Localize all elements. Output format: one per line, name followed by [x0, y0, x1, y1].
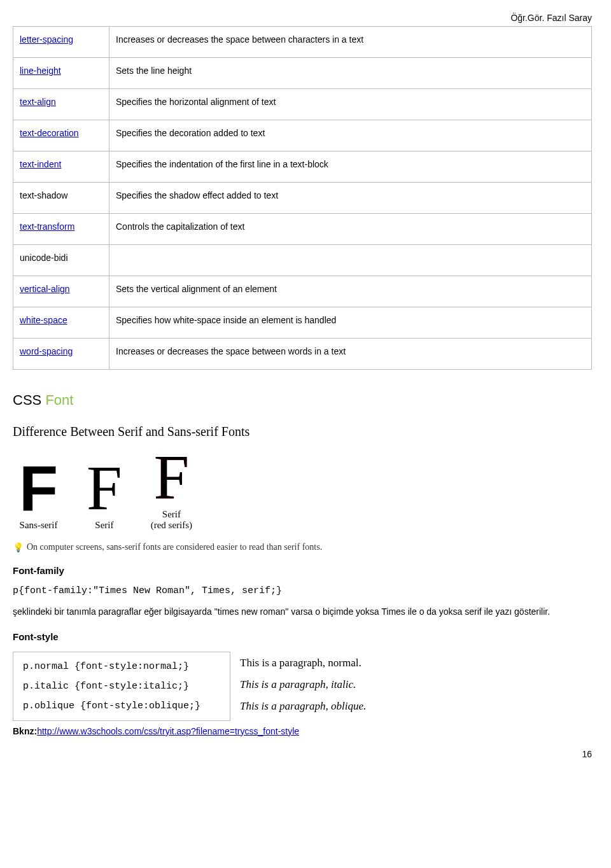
- fontstyle-code-oblique: p.oblique {font-style:oblique;}: [23, 701, 220, 711]
- prop-letter-spacing[interactable]: letter-spacing: [20, 34, 73, 45]
- bknz-label: Bknz:: [13, 726, 37, 736]
- specimen-serif-red: F F Serif (red serifs): [151, 449, 192, 531]
- prop-desc: Specifies the decoration added to text: [109, 120, 592, 151]
- font-family-heading: Font-family: [13, 565, 592, 576]
- prop-text-indent[interactable]: text-indent: [20, 159, 61, 169]
- tip-text: On computer screens, sans-serif fonts ar…: [27, 542, 322, 552]
- prop-desc: Specifies the indentation of the first l…: [109, 151, 592, 183]
- prop-desc: Specifies the shadow effect added to tex…: [109, 183, 592, 214]
- fontstyle-output-oblique: This is a paragraph, oblique.: [240, 700, 366, 713]
- font-style-table: p.normal {font-style:normal;} p.italic {…: [13, 652, 376, 721]
- prop-unicode-bidi: unicode-bidi: [20, 253, 68, 263]
- prop-line-height[interactable]: line-height: [20, 66, 61, 76]
- prop-text-decoration[interactable]: text-decoration: [20, 128, 79, 138]
- bknz-line: Bknz:http://www.w3schools.com/css/tryit.…: [13, 726, 592, 736]
- font-family-code: p{font-family:"Times New Roman", Times, …: [13, 585, 592, 596]
- prop-desc: [109, 245, 592, 276]
- font-style-heading: Font-style: [13, 631, 592, 642]
- specimen-serif: F Serif: [87, 459, 122, 531]
- prop-white-space[interactable]: white-space: [20, 315, 67, 325]
- prop-text-align[interactable]: text-align: [20, 97, 56, 107]
- font-specimens: F Sans-serif F Serif F F Serif (red seri…: [19, 449, 592, 531]
- caption-sans: Sans-serif: [19, 520, 58, 531]
- prop-vertical-align[interactable]: vertical-align: [20, 284, 70, 294]
- fontstyle-code-normal: p.normal {font-style:normal;}: [23, 661, 220, 672]
- css-font-heading: CSS Font: [13, 392, 592, 409]
- prop-word-spacing[interactable]: word-spacing: [20, 346, 73, 356]
- glyph-serif-red: F F: [154, 449, 190, 506]
- prop-desc: Increases or decreases the space between…: [109, 339, 592, 370]
- prop-text-transform[interactable]: text-transform: [20, 221, 74, 232]
- prop-desc: Specifies the horizontal alignment of te…: [109, 89, 592, 120]
- page-number: 16: [13, 749, 592, 759]
- glyph-sans: F: [19, 459, 58, 517]
- prop-desc: Sets the vertical alignment of an elemen…: [109, 276, 592, 307]
- fontstyle-output-italic: This is a paragraph, italic.: [240, 678, 366, 691]
- prop-desc: Increases or decreases the space between…: [109, 27, 592, 58]
- lightbulb-icon: 💡: [13, 542, 23, 552]
- glyph-serif: F: [87, 459, 122, 517]
- header-author: Öğr.Gör. Fazıl Saray: [13, 13, 592, 23]
- heading-css: CSS: [13, 392, 41, 408]
- font-family-para: şeklindeki bir tanımla paragraflar eğer …: [13, 606, 592, 619]
- fontstyle-output-normal: This is a paragraph, normal.: [240, 657, 366, 669]
- caption-serif-red: Serif (red serifs): [151, 509, 192, 531]
- serif-diff-heading: Difference Between Serif and Sans-serif …: [13, 424, 592, 439]
- bknz-link[interactable]: http://www.w3schools.com/css/tryit.asp?f…: [37, 726, 299, 736]
- tip-box: 💡 On computer screens, sans-serif fonts …: [13, 542, 592, 552]
- prop-text-shadow: text-shadow: [20, 190, 67, 200]
- fontstyle-code-italic: p.italic {font-style:italic;}: [23, 681, 220, 692]
- heading-font: Font: [45, 392, 73, 408]
- prop-desc: Controls the capitalization of text: [109, 214, 592, 245]
- specimen-sans: F Sans-serif: [19, 459, 58, 531]
- css-properties-table: letter-spacingIncreases or decreases the…: [13, 26, 592, 370]
- prop-desc: Specifies how white-space inside an elem…: [109, 307, 592, 339]
- prop-desc: Sets the line height: [109, 58, 592, 89]
